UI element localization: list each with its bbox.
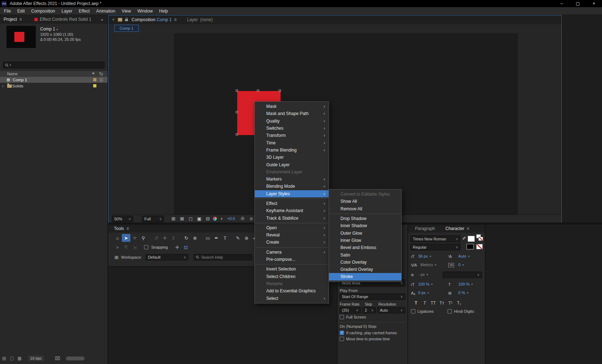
tab-overflow-chevrons[interactable]: »: [101, 15, 103, 24]
clone-stamp-tool[interactable]: ⊚: [242, 234, 251, 242]
menu-layer[interactable]: Layer: [58, 7, 76, 15]
context-menu-item-camera[interactable]: Camera›: [255, 249, 329, 256]
viewer-comp-tab[interactable]: Comp 1: [114, 25, 139, 32]
table-row-solids[interactable]: › Solids: [0, 83, 108, 89]
submenu-item-stroke[interactable]: Stroke: [329, 273, 401, 280]
search-help-input[interactable]: ⚲ Search Help: [194, 254, 252, 260]
column-name[interactable]: Name: [7, 72, 18, 76]
faux-bold-button[interactable]: T: [412, 299, 420, 307]
tab-effect-controls[interactable]: Effect Controls Red Solid 1: [40, 15, 91, 24]
rotation-tool[interactable]: ↻: [182, 234, 191, 242]
panel-menu-icon[interactable]: ≡: [19, 17, 22, 22]
snapshot-icon[interactable]: ✇: [241, 216, 244, 221]
selection-handle[interactable]: [279, 90, 281, 92]
tab-layer[interactable]: Layer (none): [187, 15, 212, 24]
submenu-item-inner-glow[interactable]: Inner Glow: [329, 237, 401, 244]
fill-color-swatch[interactable]: [468, 236, 475, 242]
composition-stage[interactable]: [174, 33, 518, 215]
vertical-scale-dropdown[interactable]: 100 %▾: [418, 282, 433, 286]
font-family-dropdown[interactable]: Times New Roman∨: [410, 235, 460, 242]
hand-tool[interactable]: ☞: [130, 234, 139, 242]
interpret-footage-icon[interactable]: ▤: [2, 356, 6, 361]
preview-resolution-dropdown[interactable]: Auto∨: [377, 307, 405, 313]
scrollbar-thumb[interactable]: [66, 356, 85, 360]
tab-tools[interactable]: Tools ≡: [114, 225, 129, 233]
ligatures-checkbox[interactable]: [411, 309, 415, 313]
column-type[interactable]: Ty: [99, 72, 103, 76]
submenu-item-show-all[interactable]: Show All: [329, 198, 401, 205]
no-stroke-swatch[interactable]: [476, 244, 483, 249]
context-menu-item-add-to-essential-graphics[interactable]: Add to Essential Graphics: [255, 287, 329, 294]
workspace-dropdown[interactable]: Default∨: [145, 254, 188, 260]
eyedropper-icon[interactable]: ✐: [462, 236, 466, 241]
minimize-button[interactable]: –: [554, 0, 570, 7]
tab-composition[interactable]: Composition Comp 1 ≡: [132, 15, 177, 24]
label-color-swatch[interactable]: [93, 78, 96, 81]
context-menu-item-mask[interactable]: Mask›: [255, 103, 329, 110]
skip-dropdown[interactable]: 2∨: [362, 307, 376, 313]
channel-wheel-icon[interactable]: [213, 217, 217, 221]
stroke-style-dropdown[interactable]: ∨: [443, 272, 482, 278]
snap-along-edges-icon[interactable]: ✛: [173, 243, 182, 251]
context-menu-item-switches[interactable]: Switches›: [255, 125, 329, 132]
horizontal-scale-dropdown[interactable]: 100 %▾: [458, 282, 473, 286]
faux-italic-button[interactable]: T: [420, 299, 429, 307]
stroke-proxy-swatch[interactable]: [478, 237, 483, 241]
context-menu-item-blending-mode[interactable]: Blending Mode›: [255, 183, 329, 190]
new-composition-icon[interactable]: ▦: [18, 356, 22, 361]
context-menu-item-select-children[interactable]: Select Children: [255, 273, 329, 280]
label-color-swatch[interactable]: [93, 84, 96, 87]
lock-icon[interactable]: [125, 19, 128, 21]
submenu-item-remove-all[interactable]: Remove All: [329, 205, 401, 212]
bit-depth-button[interactable]: 16 bpc: [28, 355, 44, 361]
composition-viewport[interactable]: [109, 33, 561, 215]
selection-handle[interactable]: [257, 90, 259, 92]
search-options-caret-icon[interactable]: ▾: [10, 63, 11, 67]
submenu-item-color-overlay[interactable]: Color Overlay: [329, 259, 401, 266]
hindi-digits-checkbox[interactable]: [448, 309, 452, 313]
transparency-grid-icon[interactable]: ⊠: [178, 215, 186, 223]
resolution-dropdown[interactable]: Full∨: [142, 216, 164, 222]
context-menu-item-create[interactable]: Create›: [255, 239, 329, 246]
submenu-item-drop-shadow[interactable]: Drop Shadow: [329, 215, 401, 222]
menu-effect[interactable]: Effect: [76, 7, 93, 15]
disclosure-icon[interactable]: ›: [2, 83, 4, 88]
menu-composition[interactable]: Composition: [28, 7, 58, 15]
tab-project[interactable]: Project ≡: [4, 15, 22, 24]
mask-visibility-icon[interactable]: ▣: [195, 215, 204, 223]
project-search-input[interactable]: ⚲ ▾: [3, 62, 105, 68]
home-tool[interactable]: ⌂: [113, 234, 122, 242]
context-menu-item-open[interactable]: Open›: [255, 224, 329, 231]
snap-to-features-icon[interactable]: ⊡: [182, 243, 190, 251]
delete-icon[interactable]: ⌧: [55, 356, 60, 361]
selection-tool[interactable]: ➤: [122, 234, 130, 242]
font-size-dropdown[interactable]: 36 px▾: [418, 254, 431, 258]
project-item-name[interactable]: Comp 1 ▾: [40, 27, 58, 32]
menu-view[interactable]: View: [119, 7, 134, 15]
context-menu-item-effect[interactable]: Effect›: [255, 200, 329, 207]
context-menu-item-mask-and-shape-path[interactable]: Mask and Shape Path›: [255, 110, 329, 117]
new-folder-icon[interactable]: ▢: [10, 356, 14, 361]
magnification-dropdown[interactable]: 50%∨: [112, 216, 133, 222]
leading-dropdown[interactable]: Auto▾: [458, 254, 470, 258]
maximize-button[interactable]: ▢: [570, 0, 586, 7]
subscript-button[interactable]: T₁: [455, 299, 463, 307]
menu-file[interactable]: File: [1, 7, 14, 15]
context-menu-item-reveal[interactable]: Reveal›: [255, 231, 329, 239]
selection-handle[interactable]: [236, 111, 238, 113]
reset-exposure-icon[interactable]: ◑: [220, 216, 223, 221]
context-menu-item-frame-blending[interactable]: Frame Blending›: [255, 147, 329, 154]
all-caps-button[interactable]: TT: [429, 299, 438, 307]
context-menu-item-track-stabilize[interactable]: Track & Stabilize›: [255, 214, 329, 221]
context-menu-item-3d-layer[interactable]: 3D Layer: [255, 154, 329, 161]
exposure-value[interactable]: +0.0: [227, 216, 235, 221]
selection-handle[interactable]: [236, 133, 238, 135]
font-style-dropdown[interactable]: Regular∨: [410, 244, 460, 250]
submenu-item-inner-shadow[interactable]: Inner Shadow: [329, 222, 401, 229]
snapping-checkbox[interactable]: [144, 245, 148, 249]
menu-edit[interactable]: Edit: [14, 7, 28, 15]
stroke-color-swatch[interactable]: [467, 244, 474, 249]
submenu-item-satin[interactable]: Satin: [329, 251, 401, 258]
context-menu-item-select[interactable]: Select›: [255, 294, 329, 302]
context-menu-item-invert-selection[interactable]: Invert Selection: [255, 265, 329, 273]
